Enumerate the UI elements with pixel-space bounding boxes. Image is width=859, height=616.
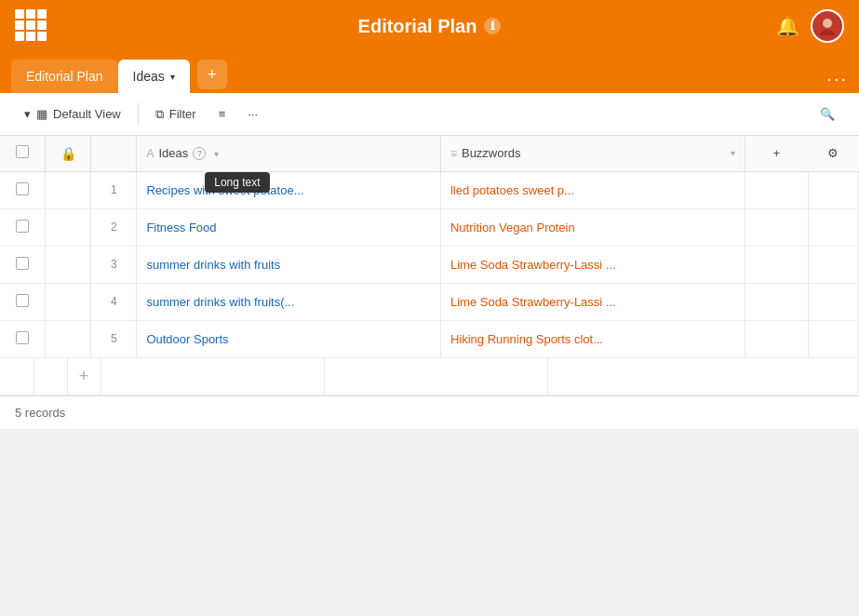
tab-more-button[interactable]: ··· [826, 68, 848, 89]
th-settings[interactable]: ⚙ [808, 136, 858, 171]
row-checkbox[interactable] [16, 294, 29, 307]
row-checkbox-cell [0, 283, 46, 320]
records-count: 5 records [15, 406, 65, 420]
th-ideas: A Ideas ? ▾ Long text [137, 136, 441, 171]
multiline-field-icon: ≡ [450, 147, 457, 160]
row-lock-cell [46, 320, 91, 357]
row-checkbox[interactable] [16, 182, 29, 195]
row-idea-cell[interactable]: Fitness Food [137, 208, 441, 246]
tab-ideas-label: Ideas [133, 69, 165, 84]
idea-link[interactable]: Recipes with sweet potatoe... [146, 183, 431, 197]
row-lock-cell [46, 246, 91, 283]
row-num: 4 [91, 283, 137, 320]
row-extra-cell [745, 171, 808, 208]
table-row: 3 summer drinks with fruits Lime Soda St… [0, 246, 859, 283]
filter-label: Filter [169, 107, 196, 121]
th-checkbox [0, 136, 46, 171]
row-checkbox-cell [0, 208, 46, 246]
settings-icon: ⚙ [827, 146, 839, 160]
row-buzzword-cell[interactable]: Nutrition Vegan Protein [440, 208, 745, 246]
add-tab-button[interactable]: + [197, 60, 227, 89]
row-num: 5 [91, 320, 137, 357]
table-area: 🔒 A Ideas ? ▾ Long text [0, 136, 859, 395]
th-lock: 🔒 [46, 136, 91, 171]
row-idea-cell[interactable]: Outdoor Sports [137, 320, 441, 357]
row-buzzword-cell[interactable]: Hiking Running Sports clot... [440, 320, 745, 357]
th-add-column[interactable]: + [745, 136, 808, 171]
row-buzzword-cell[interactable]: Lime Soda Strawberry-Lassi ... [440, 283, 745, 320]
svg-point-1 [823, 19, 832, 28]
idea-link[interactable]: Outdoor Sports [146, 332, 431, 346]
row-buzzword-cell[interactable]: lled potatoes sweet p... [440, 171, 745, 208]
th-ideas-label: Ideas [158, 146, 188, 160]
row-settings-cell [808, 320, 858, 357]
add-record-button[interactable]: + [67, 358, 101, 395]
search-icon: 🔍 [820, 107, 835, 121]
avatar-inner [812, 11, 842, 41]
row-checkbox-cell [0, 246, 46, 283]
row-settings-cell [808, 171, 858, 208]
title-text: Editorial Plan [358, 16, 477, 37]
more-icon: ··· [248, 107, 258, 121]
row-lock-cell [46, 208, 91, 246]
row-lock-cell [46, 171, 91, 208]
page-title: Editorial Plan ℹ [358, 16, 502, 37]
tab-editorial-plan[interactable]: Editorial Plan [11, 60, 118, 93]
tooltip-container: ▾ Long text [214, 146, 219, 160]
grid-icon[interactable] [15, 9, 48, 43]
status-bar: 5 records [0, 395, 859, 429]
main-table: 🔒 A Ideas ? ▾ Long text [0, 136, 859, 358]
buzzword-value: Hiking Running Sports clot... [450, 332, 735, 346]
row-buzzword-cell[interactable]: Lime Soda Strawberry-Lassi ... [440, 246, 745, 283]
idea-link[interactable]: summer drinks with fruits [146, 258, 431, 272]
idea-link[interactable]: Fitness Food [146, 221, 431, 234]
buzzwords-sort-icon[interactable]: ▾ [731, 148, 735, 158]
row-extra-cell [745, 320, 808, 357]
buzzword-value: lled potatoes sweet p... [450, 183, 735, 197]
info-icon[interactable]: ℹ [484, 18, 501, 34]
search-button[interactable]: 🔍 [811, 101, 844, 127]
lock-icon: 🔒 [60, 146, 76, 161]
view-toggle-button[interactable]: ▾ ▦ Default View [15, 101, 130, 127]
row-checkbox[interactable] [16, 220, 29, 233]
avatar[interactable] [811, 9, 844, 43]
fields-button[interactable]: ≡ [209, 101, 235, 127]
row-settings-cell [808, 283, 858, 320]
header-right: 🔔 [776, 9, 844, 43]
row-checkbox[interactable] [16, 257, 29, 270]
sort-icon[interactable]: ▾ [214, 149, 219, 159]
chevron-down-icon: ▾ [24, 107, 31, 121]
add-row[interactable]: + [0, 358, 859, 395]
row-checkbox-cell [0, 320, 46, 357]
more-options-button[interactable]: ··· [238, 101, 267, 127]
bell-icon[interactable]: 🔔 [776, 15, 799, 37]
th-num [91, 136, 137, 171]
row-idea-cell[interactable]: summer drinks with fruits [137, 246, 441, 283]
row-checkbox[interactable] [16, 331, 29, 344]
idea-link[interactable]: summer drinks with fruits(... [146, 295, 431, 309]
row-settings-cell [808, 208, 858, 246]
add-row-table: + [0, 358, 859, 396]
row-extra-cell [745, 208, 808, 246]
help-icon[interactable]: ? [193, 147, 206, 160]
view-label: Default View [53, 107, 121, 121]
row-settings-cell [808, 246, 858, 283]
filter-button[interactable]: ⧉ Filter [146, 101, 206, 127]
row-idea-cell[interactable]: Recipes with sweet potatoe... [137, 171, 441, 208]
table-row: 1 Recipes with sweet potatoe... lled pot… [0, 171, 859, 208]
row-idea-cell[interactable]: summer drinks with fruits(... [137, 283, 441, 320]
row-num: 2 [91, 208, 137, 246]
table-view-icon: ▦ [36, 107, 47, 121]
tab-ideas[interactable]: Ideas ▾ [118, 60, 190, 93]
row-extra-cell [745, 246, 808, 283]
table-header-row: 🔒 A Ideas ? ▾ Long text [0, 136, 859, 171]
buzzword-value: Lime Soda Strawberry-Lassi ... [450, 295, 735, 309]
header-checkbox[interactable] [16, 145, 29, 158]
th-buzzwords-label: Buzzwords [462, 146, 521, 160]
text-field-icon: A [146, 147, 154, 160]
row-checkbox-cell [0, 171, 46, 208]
row-num: 1 [91, 171, 137, 208]
separator [138, 103, 139, 126]
th-buzzwords: ≡ Buzzwords ▾ [440, 136, 745, 171]
row-num: 3 [91, 246, 137, 283]
